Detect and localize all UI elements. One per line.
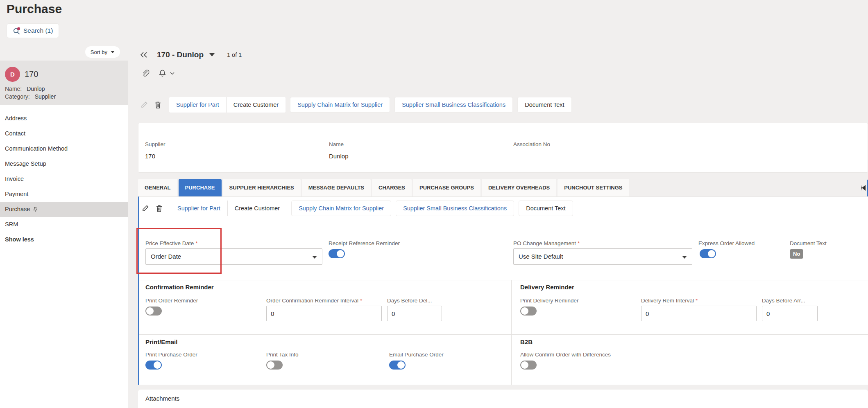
field-label: Association No [513,141,550,147]
allow-confirm-order-toggle[interactable] [520,361,537,370]
caret-down-icon [312,256,317,259]
toolbar-tab: Supplier for Part Create Customer Supply… [142,200,573,216]
print-delivery-reminder-toggle[interactable] [520,307,537,316]
toolbar-icons [141,101,161,109]
sidebar-item-show-less[interactable]: Show less [0,232,128,247]
field-value: 170 [145,153,155,160]
caret-down-icon [682,256,687,259]
toggle-knob [521,307,528,315]
po-change-management-label: PO Change Management* [513,240,580,246]
section-divider [139,334,868,335]
record-icon-row [141,69,175,78]
attachment-button[interactable] [141,69,150,78]
collapse-panel-button[interactable] [140,52,148,58]
attachments-title: Attachments [145,395,179,402]
page-title: Purchase [7,2,62,16]
print-delivery-reminder-label: Print Delivery Reminder [520,298,579,304]
sidebar-item-srm[interactable]: SRM [0,217,128,232]
supplier-for-part-button[interactable]: Supplier for Part [170,201,227,216]
tab-strip: GENERAL PURCHASE SUPPLIER HIERARCHIES ME… [138,179,868,196]
print-email-title: Print/Email [145,338,177,345]
attachments-panel[interactable]: Attachments [138,390,868,408]
create-customer-button[interactable]: Create Customer [227,201,287,216]
sidebar-item-address[interactable]: Address [0,111,128,126]
pencil-icon [141,101,148,108]
tab-general[interactable]: GENERAL [138,179,177,196]
delete-button[interactable] [156,205,163,212]
tab-message-defaults[interactable]: MESSAGE DEFAULTS [302,179,371,196]
sidebar-item-message-setup[interactable]: Message Setup [0,156,128,171]
tab-scroll-left-icon[interactable] [861,185,866,191]
email-purchase-order-label: Email Purchase Order [389,352,444,358]
tab-purchase[interactable]: PURCHASE [179,179,222,196]
supply-chain-matrix-button[interactable]: Supply Chain Matrix for Supplier [290,97,390,113]
edit-button[interactable] [142,205,149,212]
sidebar-item-payment[interactable]: Payment [0,187,128,202]
document-text-button[interactable]: Document Text [517,97,571,113]
toggle-knob [146,307,154,315]
receipt-reference-reminder-toggle[interactable] [329,249,345,258]
sidebar-item-label: Show less [5,232,34,247]
email-purchase-order-toggle[interactable] [389,361,406,370]
tab-charges[interactable]: CHARGES [372,179,412,196]
small-business-classifications-button[interactable]: Supplier Small Business Classifications [396,201,514,216]
price-effective-date-select[interactable]: Order Date [145,248,322,265]
document-text-button[interactable]: Document Text [519,201,573,216]
confirmation-reminder-title: Confirmation Reminder [145,284,214,291]
record-dropdown-button[interactable] [209,53,215,56]
section-divider-vertical [511,280,512,385]
tab-purchase-groups[interactable]: PURCHASE GROUPS [413,179,480,196]
pencil-icon [142,205,149,212]
tab-supplier-hierarchies[interactable]: SUPPLIER HIERARCHIES [223,179,301,196]
days-before-delivery-label: Days Before Del... [387,298,432,304]
sort-by-label: Sort by [91,49,107,55]
record-title: 170 - Dunlop [157,50,204,59]
toggle-knob [267,361,274,369]
edit-button[interactable] [141,101,148,108]
order-confirmation-reminder-interval-input[interactable] [266,306,382,321]
tab-delivery-overheads[interactable]: DELIVERY OVERHEADS [482,179,556,196]
sidebar-nav: Address Contact Communication Method Mes… [0,111,128,247]
search-button[interactable]: Search (1) [7,23,59,38]
notification-button[interactable] [159,69,175,78]
print-tax-info-toggle[interactable] [266,361,283,370]
po-change-management-select[interactable]: Use Site Default [513,248,692,265]
toolbar-icons [142,205,163,212]
sort-by-button[interactable]: Sort by [85,46,120,58]
sidebar-item-invoice[interactable]: Invoice [0,171,128,187]
sidebar-item-label: Communication Method [5,141,68,156]
pin-icon [33,207,38,212]
toggle-knob [337,250,344,257]
delete-button[interactable] [154,101,161,109]
sidebar-item-label: Contact [5,126,25,141]
sidebar-item-purchase[interactable]: Purchase [0,202,128,217]
tab-punchout-settings[interactable]: PUNCHOUT SETTINGS [558,179,629,196]
search-icon [13,27,20,35]
toolbar-button-group: Supplier for Part Create Customer [170,201,287,216]
days-before-arrival-input[interactable] [762,306,818,321]
avatar: D [5,67,20,82]
sidebar-item-label: Message Setup [5,156,46,171]
sidebar-item-contact[interactable]: Contact [0,126,128,141]
entity-card[interactable]: D 170 Name:Dunlop Category:Supplier [0,61,128,105]
delivery-rem-interval-input[interactable] [641,306,757,321]
express-order-allowed-toggle[interactable] [700,249,716,258]
toolbar-button-group: Supplier for Part Create Customer [169,97,286,113]
document-text-badge: No [790,249,803,259]
sidebar-item-label: Invoice [5,171,24,187]
supply-chain-matrix-button[interactable]: Supply Chain Matrix for Supplier [291,201,391,216]
trash-icon [156,205,163,212]
field-label: Supplier [145,141,165,147]
print-order-reminder-toggle[interactable] [145,307,162,316]
search-button-label: Search (1) [23,27,53,34]
print-tax-info-label: Print Tax Info [266,352,299,358]
supplier-for-part-button[interactable]: Supplier for Part [169,97,226,113]
double-chevron-left-icon [140,52,148,58]
allow-confirm-order-label: Allow Confirm Order with Differences [520,352,611,358]
print-purchase-order-toggle[interactable] [145,361,162,370]
create-customer-button[interactable]: Create Customer [226,97,286,113]
sidebar-item-communication-method[interactable]: Communication Method [0,141,128,156]
record-header: 170 - Dunlop 1 of 1 [140,47,242,62]
days-before-delivery-input[interactable] [387,306,442,321]
small-business-classifications-button[interactable]: Supplier Small Business Classifications [394,97,513,113]
